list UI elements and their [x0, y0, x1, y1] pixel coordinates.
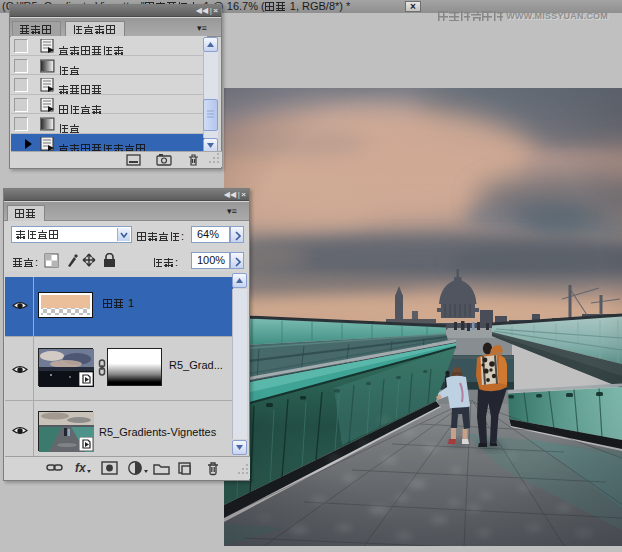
svg-text:fx: fx: [75, 461, 87, 475]
